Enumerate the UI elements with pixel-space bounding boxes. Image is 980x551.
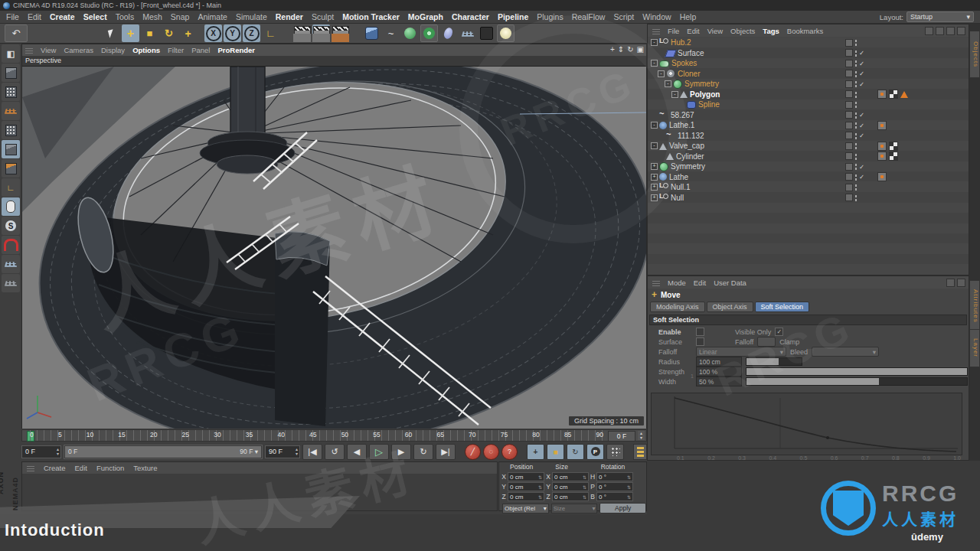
apply-button[interactable]: Apply xyxy=(599,503,646,514)
tag-icon[interactable] xyxy=(889,152,898,161)
next-frame-button[interactable]: ▶ xyxy=(391,444,411,460)
visibility-dots-icon[interactable] xyxy=(854,122,858,129)
layout-dropdown[interactable]: Startup▾ xyxy=(906,11,974,22)
material-menu-item[interactable]: Create xyxy=(44,464,66,472)
layer-square-icon[interactable] xyxy=(845,80,853,88)
menu-item[interactable]: Help xyxy=(680,12,697,21)
enabled-check-icon[interactable]: ✓ xyxy=(859,80,867,88)
object-row[interactable]: - Symmetry ✓ xyxy=(648,79,969,90)
previous-frame-button[interactable]: ◀ xyxy=(347,444,367,460)
move-tool-button[interactable]: + xyxy=(122,24,139,42)
polygons-mode-button[interactable] xyxy=(2,159,20,178)
expand-toggle-icon[interactable]: - xyxy=(651,142,658,149)
object-name[interactable]: Cloner xyxy=(678,70,700,78)
menu-item[interactable]: Mesh xyxy=(142,12,162,21)
section-header[interactable]: Soft Selection xyxy=(649,315,967,325)
tag-icon[interactable] xyxy=(877,172,887,181)
object-row[interactable]: - Valve_cap xyxy=(648,141,969,152)
keyframe-selection-button[interactable]: ? xyxy=(501,444,518,460)
layer-square-icon[interactable] xyxy=(845,142,853,150)
object-row[interactable]: + Lathe ✓ xyxy=(648,172,969,183)
make-editable-button[interactable]: ◧ xyxy=(2,44,20,63)
layer-square-icon[interactable] xyxy=(845,194,853,201)
z-axis-lock-button[interactable]: Z xyxy=(243,24,260,42)
current-frame-field[interactable]: 0 F▴▾ xyxy=(21,445,61,458)
layer-square-icon[interactable] xyxy=(845,163,853,171)
visibility-dots-icon[interactable] xyxy=(854,142,858,149)
object-name[interactable]: Symmetry xyxy=(684,80,719,88)
model-mode-button[interactable] xyxy=(2,64,20,82)
visibility-dots-icon[interactable] xyxy=(854,60,858,67)
object-row[interactable]: - Cloner ✓ xyxy=(648,69,969,80)
play-forward-loop-button[interactable]: ↻ xyxy=(413,444,433,460)
am-menu-item[interactable]: Edit xyxy=(694,279,706,287)
layer-square-icon[interactable] xyxy=(845,184,853,191)
tab-modeling-axis[interactable]: Modeling Axis xyxy=(650,302,705,312)
key-scale-toggle[interactable]: ■ xyxy=(547,444,564,460)
rotation-b-field[interactable]: 0 °⇅ xyxy=(596,492,633,501)
viewport-menu-item[interactable]: Panel xyxy=(191,46,210,54)
viewport-menu-item[interactable]: Options xyxy=(132,46,160,54)
visibility-dots-icon[interactable] xyxy=(854,50,858,57)
tag-icon[interactable] xyxy=(889,90,898,99)
add-primitive-button[interactable] xyxy=(363,24,381,42)
menu-item[interactable]: Simulate xyxy=(236,12,267,21)
width-slider[interactable] xyxy=(746,377,968,386)
object-row[interactable]: 58.267 ✓ xyxy=(648,110,969,121)
visibility-dots-icon[interactable] xyxy=(854,153,858,160)
viewport-3d-canvas[interactable]: Grid Spacing : 10 cm xyxy=(22,67,646,429)
preview-range-slider[interactable]: 0 F 90 F ▾ xyxy=(64,445,263,459)
material-menu-item[interactable]: Texture xyxy=(133,464,157,472)
keyframe-presets-button[interactable] xyxy=(633,444,647,460)
object-row[interactable]: Surface ✓ xyxy=(648,48,969,59)
add-generator-button[interactable] xyxy=(401,24,419,42)
layer-square-icon[interactable] xyxy=(845,90,853,98)
falloff-curve-editor[interactable] xyxy=(651,393,962,455)
om-menu-item[interactable]: Tags xyxy=(763,27,779,35)
expand-toggle-icon[interactable]: + xyxy=(651,184,658,191)
add-floor-button[interactable] xyxy=(459,24,476,42)
tag-icon[interactable] xyxy=(877,152,887,161)
key-pla-toggle[interactable] xyxy=(606,444,624,460)
enabled-check-icon[interactable]: ✓ xyxy=(859,70,867,77)
spinner-icon[interactable]: ▴▾ xyxy=(57,447,59,456)
menu-item[interactable]: Motion Tracker xyxy=(342,12,400,21)
expand-toggle-icon[interactable]: - xyxy=(651,39,658,46)
layer-square-icon[interactable] xyxy=(845,49,853,57)
strength-slider[interactable] xyxy=(746,367,968,376)
om-menu-item[interactable]: File xyxy=(668,27,679,35)
enabled-check-icon[interactable]: ✓ xyxy=(859,49,867,57)
position-z-field[interactable]: 0 cm⇅ xyxy=(508,492,544,501)
bleed-dropdown[interactable]: ▾ xyxy=(812,347,879,357)
menu-item[interactable]: Animate xyxy=(198,12,227,21)
menu-item[interactable]: Select xyxy=(83,12,107,21)
maximize-view-icon[interactable]: ▣ xyxy=(637,45,644,54)
spinner-icon[interactable]: ▴▾ xyxy=(296,447,298,456)
add-camera-button[interactable] xyxy=(478,24,495,42)
menu-item[interactable]: RealFlow xyxy=(572,12,606,21)
enabled-check-icon[interactable]: ✓ xyxy=(859,122,867,129)
menu-item[interactable]: MoGraph xyxy=(408,12,443,21)
tab-objects-vertical[interactable]: Objects xyxy=(969,31,980,78)
object-name[interactable]: 111.132 xyxy=(678,132,704,140)
minimize-icon[interactable] xyxy=(946,27,955,35)
layer-square-icon[interactable] xyxy=(845,101,853,109)
tag-icon[interactable] xyxy=(877,142,887,151)
viewport-menu-item[interactable]: Filter xyxy=(168,46,184,54)
last-tool-button[interactable]: + xyxy=(179,24,197,42)
viewport-menu-item[interactable]: Cameras xyxy=(64,46,93,54)
x-axis-lock-button[interactable]: X xyxy=(204,24,222,42)
snap-settings-button[interactable]: S xyxy=(2,217,20,235)
menu-item[interactable]: Sculpt xyxy=(312,12,334,21)
viewport-menu-item[interactable]: ProRender xyxy=(217,46,255,54)
drag-grip-icon[interactable] xyxy=(25,47,33,54)
play-button[interactable]: ▷ xyxy=(369,444,389,460)
tag-icon[interactable] xyxy=(877,121,887,130)
pan-view-icon[interactable]: + xyxy=(610,45,615,54)
viewport-menu-item[interactable]: Display xyxy=(101,46,125,54)
tab-object-axis[interactable]: Object Axis xyxy=(707,302,753,312)
layer-square-icon[interactable] xyxy=(845,173,853,181)
layer-square-icon[interactable] xyxy=(845,39,853,47)
layer-square-icon[interactable] xyxy=(845,70,853,77)
rotate-tool-button[interactable]: ↻ xyxy=(160,24,178,42)
